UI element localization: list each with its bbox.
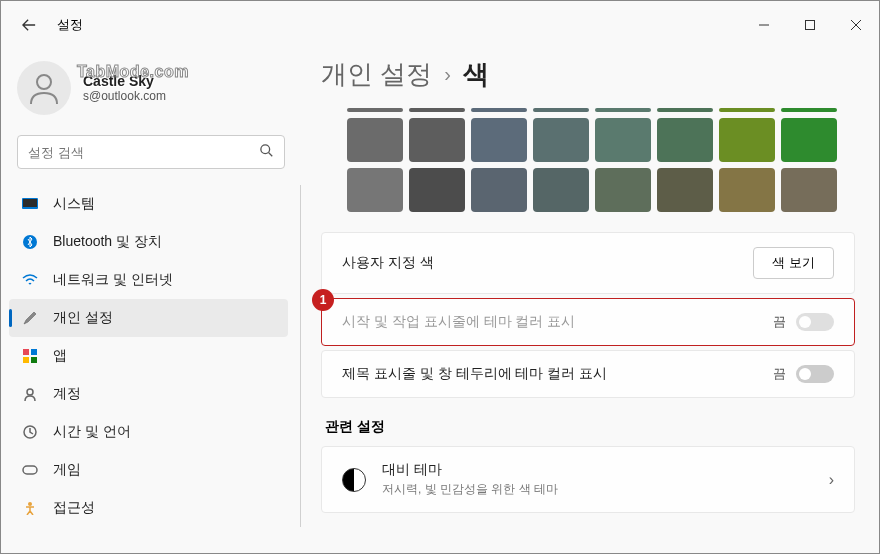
nav-gaming[interactable]: 게임 (9, 451, 288, 489)
custom-color-label: 사용자 지정 색 (342, 254, 434, 272)
contrast-title: 대비 테마 (382, 461, 558, 479)
nav-accounts[interactable]: 계정 (9, 375, 288, 413)
chevron-right-icon: › (829, 471, 834, 489)
toggle-state-label: 끔 (773, 365, 786, 383)
titlebar-color-row: 제목 표시줄 및 창 테두리에 테마 컬러 표시 끔 (321, 350, 855, 398)
color-swatch[interactable] (719, 108, 775, 112)
color-swatch[interactable] (533, 118, 589, 162)
brush-icon (21, 309, 39, 327)
svg-rect-11 (31, 349, 37, 355)
color-swatch[interactable] (781, 108, 837, 112)
svg-rect-8 (23, 199, 37, 207)
custom-color-row: 사용자 지정 색 색 보기 (321, 232, 855, 294)
nav-label: 접근성 (53, 499, 95, 517)
nav-label: 앱 (53, 347, 67, 365)
color-swatch[interactable] (595, 108, 651, 112)
arrow-left-icon (22, 18, 36, 32)
contrast-theme-row[interactable]: 대비 테마 저시력, 빛 민감성을 위한 색 테마 › (321, 446, 855, 513)
profile-section[interactable]: Castle Sky s@outlook.com (9, 49, 289, 135)
svg-rect-12 (23, 357, 29, 363)
start-taskbar-color-row: 1 시작 및 작업 표시줄에 테마 컬러 표시 끔 (321, 298, 855, 346)
svg-point-4 (37, 75, 51, 89)
nav-label: 계정 (53, 385, 81, 403)
account-icon (21, 385, 39, 403)
window-title: 설정 (57, 16, 83, 34)
clock-icon (21, 423, 39, 441)
color-swatch[interactable] (781, 118, 837, 162)
start-taskbar-label: 시작 및 작업 표시줄에 테마 컬러 표시 (342, 313, 575, 331)
nav-label: 게임 (53, 461, 81, 479)
color-swatch[interactable] (471, 108, 527, 112)
gamepad-icon (21, 461, 39, 479)
watermark: TabMode.com (77, 63, 189, 81)
color-swatch[interactable] (409, 168, 465, 212)
svg-rect-13 (31, 357, 37, 363)
color-swatch[interactable] (533, 168, 589, 212)
color-swatch[interactable] (657, 108, 713, 112)
nav-label: 시간 및 언어 (53, 423, 131, 441)
annotation-badge-1: 1 (312, 289, 334, 311)
color-swatch[interactable] (595, 168, 651, 212)
titlebar-label: 제목 표시줄 및 창 테두리에 테마 컬러 표시 (342, 365, 607, 383)
titlebar: 설정 (1, 1, 879, 49)
minimize-icon (759, 20, 769, 30)
close-icon (851, 20, 861, 30)
nav-network[interactable]: 네트워크 및 인터넷 (9, 261, 288, 299)
close-button[interactable] (833, 9, 879, 41)
color-swatch[interactable] (409, 108, 465, 112)
color-swatch[interactable] (533, 108, 589, 112)
color-swatch[interactable] (471, 118, 527, 162)
color-swatch[interactable] (719, 118, 775, 162)
nav-personalization[interactable]: 개인 설정 (9, 299, 288, 337)
color-swatch[interactable] (347, 118, 403, 162)
toggle-state-label: 끔 (773, 313, 786, 331)
back-button[interactable] (13, 9, 45, 41)
bluetooth-icon (21, 233, 39, 251)
breadcrumb-parent[interactable]: 개인 설정 (321, 57, 432, 92)
nav-time[interactable]: 시간 및 언어 (9, 413, 288, 451)
search-icon (260, 144, 274, 161)
related-section-title: 관련 설정 (325, 418, 855, 436)
chevron-right-icon: › (444, 63, 451, 86)
contrast-icon (342, 468, 366, 492)
search-input[interactable] (28, 145, 260, 160)
monitor-icon (21, 195, 39, 213)
window-controls (741, 9, 879, 41)
color-swatch[interactable] (657, 168, 713, 212)
nav-label: Bluetooth 및 장치 (53, 233, 162, 251)
nav-label: 개인 설정 (53, 309, 113, 327)
profile-email: s@outlook.com (83, 89, 166, 103)
search-box[interactable] (17, 135, 285, 169)
breadcrumb-current: 색 (463, 57, 489, 92)
svg-point-14 (27, 389, 33, 395)
color-swatch[interactable] (595, 118, 651, 162)
color-swatch[interactable] (781, 168, 837, 212)
color-swatch[interactable] (657, 118, 713, 162)
sidebar: TabMode.com Castle Sky s@outlook.com 시스템 (1, 49, 301, 553)
view-color-button[interactable]: 색 보기 (753, 247, 834, 279)
color-swatch[interactable] (471, 168, 527, 212)
color-swatch[interactable] (719, 168, 775, 212)
minimize-button[interactable] (741, 9, 787, 41)
svg-rect-10 (23, 349, 29, 355)
start-taskbar-toggle[interactable] (796, 313, 834, 331)
svg-line-6 (269, 152, 273, 156)
wifi-icon (21, 271, 39, 289)
nav-label: 네트워크 및 인터넷 (53, 271, 173, 289)
nav-bluetooth[interactable]: Bluetooth 및 장치 (9, 223, 288, 261)
maximize-icon (805, 20, 815, 30)
color-swatch[interactable] (347, 108, 403, 112)
svg-point-17 (28, 502, 32, 506)
nav-apps[interactable]: 앱 (9, 337, 288, 375)
svg-point-5 (261, 144, 270, 153)
color-grid (321, 108, 855, 212)
maximize-button[interactable] (787, 9, 833, 41)
nav-accessibility[interactable]: 접근성 (9, 489, 288, 527)
color-swatch[interactable] (409, 118, 465, 162)
person-icon (26, 70, 62, 106)
nav-system[interactable]: 시스템 (9, 185, 288, 223)
apps-icon (21, 347, 39, 365)
color-swatch[interactable] (347, 168, 403, 212)
breadcrumb: 개인 설정 › 색 (321, 57, 855, 92)
titlebar-toggle[interactable] (796, 365, 834, 383)
